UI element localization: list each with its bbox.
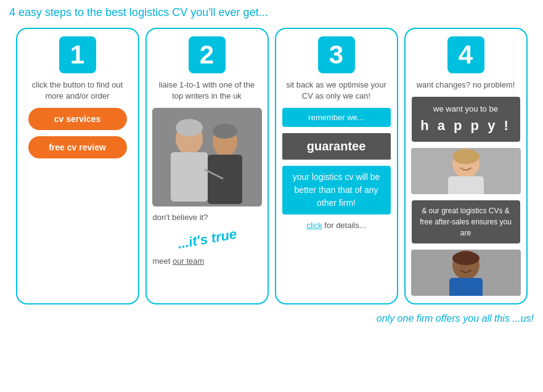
footer-text: only one firm offers you all this ...us! — [9, 313, 534, 324]
columns-container: 1 click the button to find out more and/… — [9, 28, 534, 304]
column-1: 1 click the button to find out more and/… — [16, 28, 139, 304]
svg-rect-2 — [171, 152, 208, 202]
dont-believe-text: don't believe it? — [153, 213, 261, 222]
logistics-text-box: your logistics cv will be better than th… — [282, 166, 391, 214]
woman-photo — [411, 148, 521, 194]
cv-services-button[interactable]: cv services — [28, 108, 127, 130]
column-3: 3 sit back as we optimise your CV as onl… — [275, 28, 398, 304]
team-photo — [152, 108, 262, 206]
its-true-text: ...it's true — [152, 222, 262, 256]
svg-point-5 — [176, 119, 203, 136]
svg-rect-10 — [448, 176, 484, 194]
click-link[interactable]: click — [306, 221, 322, 230]
svg-point-11 — [452, 149, 480, 164]
step-3-desc: sit back as we optimise your CV as only … — [282, 80, 391, 102]
happy-pre-text: we want you to be — [417, 103, 515, 115]
step-3-number: 3 — [318, 36, 355, 73]
page-title: 4 easy steps to the best logistics CV yo… — [9, 6, 534, 19]
step-1-number: 1 — [59, 36, 96, 73]
happy-word: h a p p y ! — [417, 115, 515, 136]
step-4-desc: want changes? no problem! — [417, 80, 515, 91]
man-photo — [411, 250, 521, 296]
svg-rect-14 — [449, 278, 483, 296]
step-4-number: 4 — [447, 36, 484, 73]
guarantee-box: guarantee — [282, 133, 391, 160]
step-1-desc: click the button to find out more and/or… — [23, 80, 132, 102]
column-4: 4 want changes? no problem! we want you … — [404, 28, 528, 304]
svg-point-6 — [213, 124, 237, 139]
after-sales-box: & our great logistics CVs & free after-s… — [412, 200, 520, 243]
our-team-link[interactable]: our team — [173, 256, 204, 266]
step-2-number: 2 — [189, 36, 226, 73]
step-2-desc: liaise 1-to-1 with one of the top writer… — [153, 80, 261, 102]
column-2: 2 liaise 1-to-1 with one of the top writ… — [145, 28, 269, 304]
svg-point-15 — [452, 251, 480, 265]
meet-team-text: meet our team — [153, 256, 261, 266]
click-details-text: click for details... — [282, 221, 391, 230]
free-cv-review-button[interactable]: free cv review — [28, 136, 127, 158]
happy-box: we want you to be h a p p y ! — [412, 97, 520, 142]
svg-rect-4 — [208, 155, 242, 204]
remember-box: remember we... — [282, 108, 391, 127]
